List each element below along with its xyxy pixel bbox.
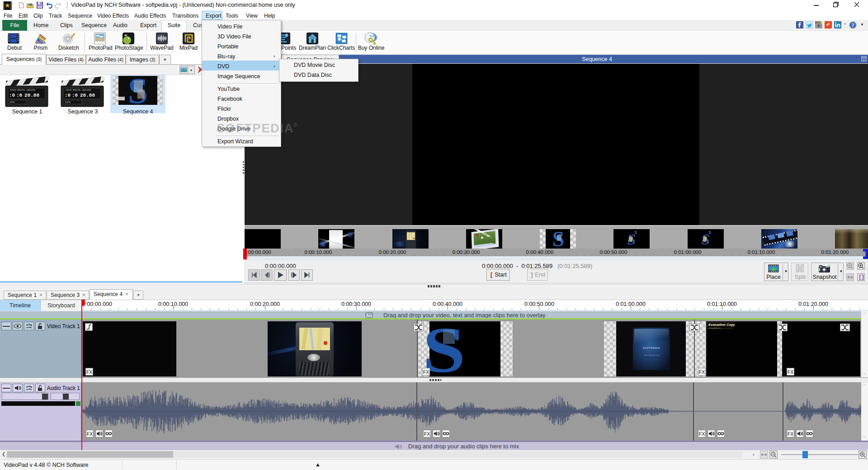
svg-text:HOUR MINUTE SECOND: HOUR MINUTE SECOND — [10, 89, 36, 91]
svg-text:28.88: 28.88 — [80, 93, 95, 98]
svg-text::6: :6 — [72, 93, 78, 98]
svg-text:DATE: DATE — [65, 101, 71, 103]
svg-text:DATE: DATE — [9, 101, 15, 103]
svg-text:28.88: 28.88 — [24, 93, 39, 98]
svg-text:?: ? — [852, 23, 854, 28]
svg-text::0: :0 — [9, 93, 15, 98]
svg-text::6: :6 — [16, 93, 22, 98]
svg-text:HOUR MINUTE SECOND: HOUR MINUTE SECOND — [66, 89, 91, 91]
svg-text::0: :0 — [65, 93, 71, 98]
